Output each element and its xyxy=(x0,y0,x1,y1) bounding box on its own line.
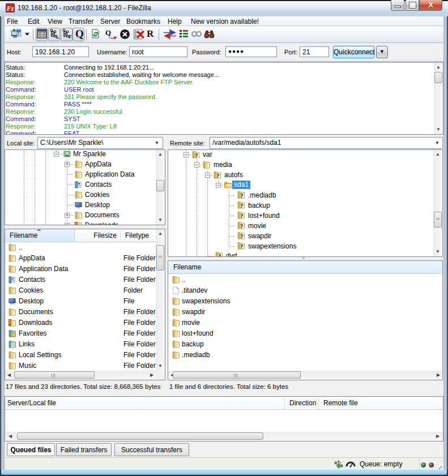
svg-text:L: L xyxy=(56,34,59,40)
svg-text:Fz: Fz xyxy=(6,5,14,12)
svg-text:F: F xyxy=(69,34,72,40)
svg-text:Q: Q xyxy=(105,28,111,37)
svg-text:A: A xyxy=(337,462,340,466)
